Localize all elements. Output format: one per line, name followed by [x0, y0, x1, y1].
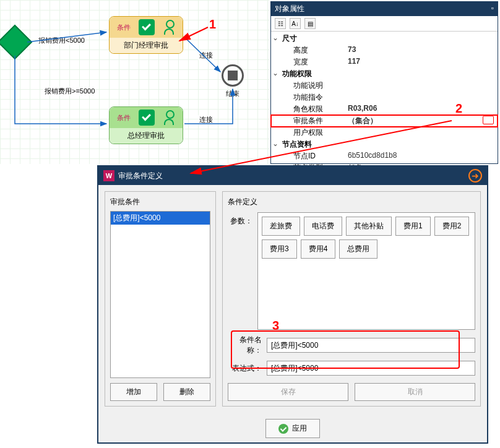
definition-title: 条件定义 [228, 197, 475, 207]
delete-button[interactable]: 删除 [163, 383, 210, 401]
condition-listbox[interactable]: [总费用]<5000 [110, 211, 210, 378]
param-button[interactable]: 总费用 [339, 239, 377, 259]
sort-az-icon[interactable]: A↓ [290, 18, 301, 29]
condition-list-title: 审批条件 [110, 197, 210, 207]
param-button[interactable]: 其他补贴 [346, 217, 392, 236]
task-icon [139, 110, 155, 126]
close-icon[interactable]: ➜ [468, 169, 482, 183]
dialog-title-text: 审批条件定义 [118, 171, 163, 181]
person-icon [163, 110, 175, 125]
edge-label: 报销费用<5000 [37, 36, 86, 45]
activity-title: 总经理审批 [110, 128, 183, 144]
activity-general-manager[interactable]: 条件 总经理审批 [109, 106, 183, 144]
param-button[interactable]: 费用4 [301, 239, 336, 259]
condition-list-panel: 审批条件 [总费用]<5000 增加 删除 [105, 191, 216, 407]
param-button[interactable]: 差旅费 [262, 217, 300, 236]
condition-badge: 条件 [117, 23, 131, 32]
end-label: 结束 [226, 89, 239, 98]
dialog-titlebar[interactable]: W 审批条件定义 ➜ [98, 166, 487, 185]
annotation-number: 1 [209, 17, 216, 32]
name-label: 条件名称： [228, 335, 262, 356]
param-label: 参数： [228, 212, 252, 226]
save-button[interactable]: 保存 [228, 383, 348, 401]
activity-title: 部门经理审批 [110, 38, 183, 53]
condition-name-input[interactable] [267, 338, 475, 353]
flow-canvas[interactable]: 条件 部门经理审批 条件 总经理审批 结束 报销费用<5000 报销费用>=50… [0, 0, 269, 164]
approval-condition-dialog: W 审批条件定义 ➜ 审批条件 [总费用]<5000 增加 删除 条件定义 参数… [97, 165, 488, 444]
expr-label: 表达式： [228, 363, 262, 374]
panel-dock-icon[interactable]: ▫ [491, 4, 494, 14]
param-button[interactable]: 电话费 [304, 217, 342, 236]
annotation-number: 3 [272, 319, 279, 333]
check-icon [278, 424, 288, 434]
edge-label: 连接 [198, 51, 214, 60]
edge-label: 连接 [198, 115, 214, 124]
apply-label: 应用 [292, 423, 307, 434]
dialog-app-icon: W [103, 170, 114, 181]
apply-button[interactable]: 应用 [265, 419, 320, 438]
property-grid[interactable]: ⌄尺寸 高度73 宽度117 ⌄功能权限 功能说明 功能指令 角色权限R03,R… [271, 32, 498, 175]
param-button[interactable]: 费用1 [395, 217, 431, 236]
person-icon [163, 20, 175, 35]
add-button[interactable]: 增加 [110, 383, 157, 401]
condition-definition-panel: 条件定义 参数： 差旅费 电话费 其他补贴 费用1 费用2 费用3 费用4 总费… [222, 191, 481, 407]
task-icon [139, 19, 155, 35]
prop-row-approve-condition[interactable]: 审批条件（集合） [271, 115, 498, 127]
cancel-button[interactable]: 取消 [355, 383, 475, 401]
param-container: 差旅费 电话费 其他补贴 费用1 费用2 费用3 费用4 总费用 [257, 212, 475, 330]
panel-title-text: 对象属性 [275, 4, 304, 14]
expression-input[interactable] [267, 361, 475, 376]
categorize-icon[interactable]: ☷ [275, 18, 286, 29]
collection-edit-button[interactable] [483, 116, 494, 124]
list-item[interactable]: [总费用]<5000 [111, 212, 210, 225]
pages-icon[interactable]: ▤ [304, 18, 316, 29]
property-panel: 对象属性 ▫ ☷ A↓ ▤ ⌄尺寸 高度73 宽度117 ⌄功能权限 功能说明 … [270, 1, 498, 164]
activity-dept-manager[interactable]: 条件 部门经理审批 [109, 16, 183, 54]
condition-badge: 条件 [117, 113, 131, 123]
param-button[interactable]: 费用3 [262, 239, 297, 259]
panel-titlebar[interactable]: 对象属性 ▫ [271, 2, 498, 16]
end-node[interactable] [222, 64, 244, 87]
param-button[interactable]: 费用2 [434, 217, 470, 236]
start-node[interactable] [2, 30, 27, 54]
edge-label: 报销费用>=5000 [43, 87, 96, 96]
annotation-number: 2 [455, 101, 462, 116]
